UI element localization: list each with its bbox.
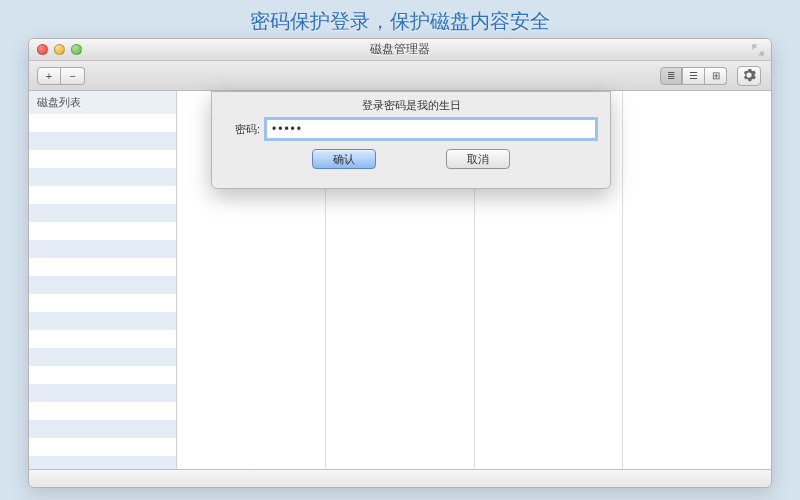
list-item[interactable] <box>29 222 176 240</box>
list-item[interactable] <box>29 240 176 258</box>
list-item[interactable] <box>29 150 176 168</box>
list-item[interactable] <box>29 438 176 456</box>
list-item[interactable] <box>29 258 176 276</box>
list-item[interactable] <box>29 456 176 469</box>
list-item[interactable] <box>29 204 176 222</box>
sidebar: 磁盘列表 <box>29 91 177 469</box>
remove-button[interactable]: − <box>61 67 85 85</box>
promo-title: 密码保护登录，保护磁盘内容安全 <box>0 0 800 43</box>
window-title: 磁盘管理器 <box>29 41 771 58</box>
confirm-button[interactable]: 确认 <box>312 149 376 169</box>
dialog-title: 登录密码是我的生日 <box>212 92 610 117</box>
password-input[interactable] <box>266 119 596 139</box>
view-icon-button[interactable]: ☰ <box>682 67 705 85</box>
list-item[interactable] <box>29 294 176 312</box>
list-item[interactable] <box>29 348 176 366</box>
titlebar: 磁盘管理器 <box>29 39 771 61</box>
list-item[interactable] <box>29 330 176 348</box>
view-mode-group: ≣ ☰ ⊞ <box>660 67 727 85</box>
cancel-button[interactable]: 取消 <box>446 149 510 169</box>
column[interactable] <box>623 91 771 469</box>
list-item[interactable] <box>29 420 176 438</box>
list-item[interactable] <box>29 114 176 132</box>
list-item[interactable] <box>29 276 176 294</box>
list-item[interactable] <box>29 168 176 186</box>
password-label: 密码: <box>226 122 260 137</box>
disk-list[interactable] <box>29 114 176 469</box>
list-item[interactable] <box>29 186 176 204</box>
settings-button[interactable] <box>737 66 761 86</box>
list-item[interactable] <box>29 366 176 384</box>
toolbar: + − ≣ ☰ ⊞ <box>29 61 771 91</box>
list-item[interactable] <box>29 384 176 402</box>
fullscreen-icon[interactable] <box>751 43 765 57</box>
gear-icon <box>742 68 756 84</box>
add-remove-group: + − <box>37 67 85 85</box>
list-item[interactable] <box>29 132 176 150</box>
view-col-button[interactable]: ⊞ <box>705 67 727 85</box>
list-item[interactable] <box>29 312 176 330</box>
app-window: 磁盘管理器 + − ≣ ☰ ⊞ 磁盘列表 <box>28 38 772 488</box>
sidebar-header: 磁盘列表 <box>29 91 176 114</box>
login-dialog: 登录密码是我的生日 密码: 确认 取消 <box>211 91 611 189</box>
statusbar <box>29 469 771 487</box>
add-button[interactable]: + <box>37 67 61 85</box>
view-list-button[interactable]: ≣ <box>660 67 682 85</box>
list-item[interactable] <box>29 402 176 420</box>
